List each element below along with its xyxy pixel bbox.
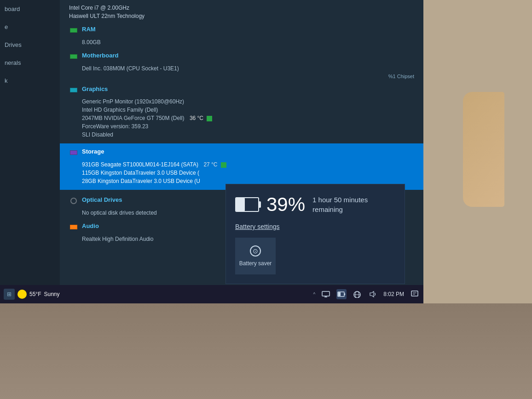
storage-section: Storage 931GB Seagate ST1000LM014-1EJ164… — [60, 143, 423, 190]
battery-popup: 39% 1 hour 50 minutes remaining Battery … — [226, 184, 405, 284]
cpu-tech: Haswell ULT 22nm Technology — [69, 13, 414, 19]
taskbar-icons: ^ — [313, 289, 420, 299]
battery-header: 39% 1 hour 50 minutes remaining — [235, 194, 395, 216]
taskbar-volume-icon[interactable] — [368, 289, 378, 299]
graphics-label: Graphics — [82, 85, 108, 94]
graphics-icon — [69, 86, 78, 95]
taskbar-battery-icon[interactable] — [336, 289, 347, 299]
graphics-monitor: Generic PnP Monitor (1920x1080@60Hz) — [69, 98, 414, 105]
optical-label: Optical Drives — [82, 195, 122, 205]
taskbar-display-icon[interactable] — [321, 289, 331, 299]
svg-rect-4 — [344, 293, 345, 295]
hand-thumb — [463, 92, 504, 207]
battery-saver-container: ⊙ Battery saver — [235, 238, 395, 274]
nvidia-temp: 36 °C — [190, 115, 203, 121]
graphics-nvidia: 2047MB NVIDIA GeForce GT 750M (Dell) 36 … — [69, 115, 414, 121]
storage-disk2: 115GB Kingston DataTraveler 3.0 USB Devi… — [69, 170, 414, 176]
screen: board e Drives nerals k Intel Core i7 @ … — [0, 0, 423, 303]
taskbar-time: 8:02 PM — [383, 291, 404, 297]
laptop-frame: board e Drives nerals k Intel Core i7 @ … — [0, 0, 532, 399]
ram-section: RAM 8.00GB — [69, 25, 414, 46]
app-sidebar: board e Drives nerals k — [0, 0, 60, 303]
bottom-bezel — [0, 303, 532, 399]
weather-sun-icon — [17, 290, 27, 299]
taskbar-chevron[interactable]: ^ — [313, 292, 316, 297]
cpu-section: Intel Core i7 @ 2.00GHz Haswell ULT 22nm… — [69, 5, 414, 19]
battery-time: 1 hour 50 minutes remaining — [312, 195, 368, 214]
storage-icon — [69, 148, 78, 157]
svg-rect-10 — [411, 291, 418, 296]
battery-saver-button[interactable]: ⊙ Battery saver — [235, 238, 276, 274]
battery-settings-link[interactable]: Battery settings — [235, 223, 395, 230]
graphics-intel: Intel HD Graphics Family (Dell) — [69, 107, 414, 113]
battery-fill — [236, 198, 245, 211]
motherboard-section: Motherboard Dell Inc. 038M0M (CPU Socket… — [69, 51, 414, 79]
sidebar-item-k[interactable]: k — [0, 72, 60, 90]
motherboard-icon — [69, 52, 78, 61]
taskbar-system-icon: ⊞ — [4, 289, 15, 300]
sidebar-item-drives[interactable]: Drives — [0, 36, 60, 54]
taskbar-weather: 55°F Sunny — [17, 290, 60, 299]
motherboard-label: Motherboard — [82, 51, 118, 61]
taskbar-notification-icon[interactable] — [410, 289, 420, 299]
ram-icon — [69, 26, 78, 35]
storage-disk1: 931GB Seagate ST1000LM014-1EJ164 (SATA) … — [69, 161, 414, 168]
taskbar: ⊞ 55°F Sunny ^ — [0, 285, 423, 303]
sidebar-item-e[interactable]: e — [0, 18, 60, 36]
sidebar-item-board[interactable]: board — [0, 0, 60, 18]
optical-icon — [69, 196, 78, 205]
chipset-text: %1 Chipset — [69, 74, 414, 79]
svg-marker-9 — [370, 291, 374, 297]
audio-label: Audio — [82, 222, 99, 231]
battery-percent: 39% — [266, 194, 305, 216]
storage-label: Storage — [82, 147, 104, 157]
forceware-version: ForceWare version: 359.23 — [69, 123, 414, 130]
audio-icon — [69, 222, 78, 232]
ram-value: 8.00GB — [69, 39, 414, 46]
ram-label: RAM — [82, 25, 96, 34]
motherboard-value: Dell Inc. 038M0M (CPU Socket - U3E1) — [69, 65, 414, 72]
battery-icon-large — [235, 197, 259, 212]
battery-saver-icon: ⊙ — [250, 245, 261, 256]
sli-status: SLI Disabled — [69, 131, 414, 138]
sidebar-item-generals[interactable]: nerals — [0, 54, 60, 72]
battery-saver-label: Battery saver — [239, 260, 272, 267]
svg-rect-0 — [322, 291, 330, 296]
svg-rect-5 — [338, 292, 341, 296]
weather-temp: 55°F — [29, 291, 41, 297]
graphics-section: Graphics Generic PnP Monitor (1920x1080@… — [69, 85, 414, 138]
nvidia-temp-indicator — [207, 116, 212, 121]
cpu-model: Intel Core i7 @ 2.00GHz — [69, 5, 414, 11]
weather-condition: Sunny — [44, 291, 59, 297]
taskbar-network-icon[interactable] — [352, 289, 362, 299]
